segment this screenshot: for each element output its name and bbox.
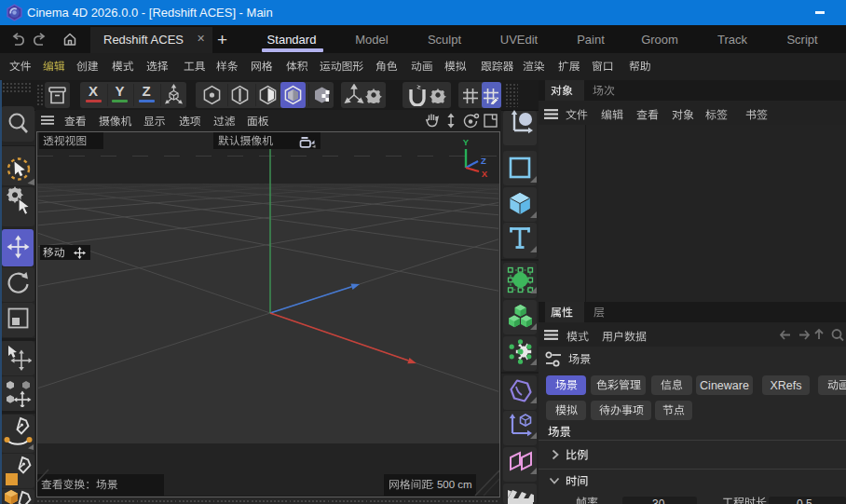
svg-text:Z: Z: [481, 156, 486, 166]
svg-text:Y: Y: [463, 137, 470, 147]
svg-text:X: X: [482, 169, 488, 179]
